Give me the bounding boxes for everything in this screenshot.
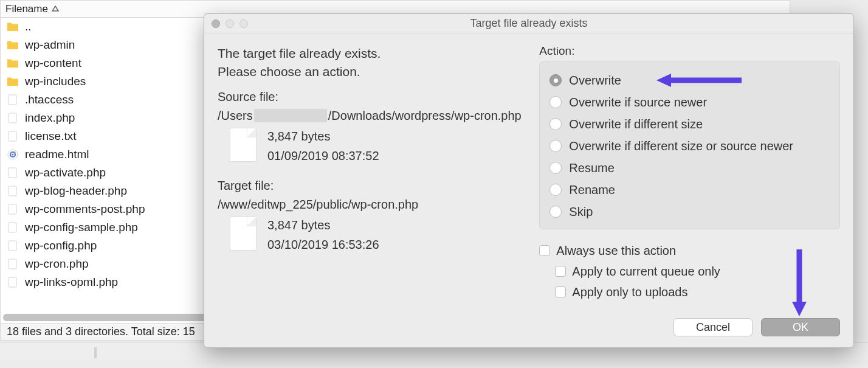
folder-icon bbox=[7, 76, 19, 87]
radio-label: Overwrite if different size bbox=[569, 117, 703, 131]
checkbox-icon bbox=[555, 286, 566, 297]
source-file-date: 01/09/2019 08:37:52 bbox=[267, 146, 379, 165]
radio-label: Overwrite bbox=[569, 74, 621, 88]
target-file-size: 3,847 bytes bbox=[267, 215, 379, 235]
source-path-prefix: /Users bbox=[218, 109, 253, 123]
document-icon bbox=[230, 217, 257, 251]
checkbox-icon bbox=[555, 266, 566, 277]
file-name: wp-content bbox=[25, 57, 81, 70]
svg-rect-1 bbox=[9, 113, 16, 123]
apply-uploads-checkbox[interactable]: Apply only to uploads bbox=[539, 282, 840, 302]
radio-icon bbox=[549, 96, 562, 108]
document-icon bbox=[230, 128, 257, 162]
source-path-suffix: /Downloads/wordpress/wp-cron.php bbox=[328, 109, 522, 123]
radio-icon bbox=[549, 184, 562, 196]
file-icon bbox=[7, 277, 19, 288]
dialog-right-column: Action: OverwriteOverwrite if source new… bbox=[539, 44, 840, 311]
apply-current-queue-checkbox[interactable]: Apply to current queue only bbox=[539, 261, 840, 282]
dialog-title: Target file already exists bbox=[204, 17, 853, 30]
action-radio-overwrite-if-different-size[interactable]: Overwrite if different size bbox=[549, 113, 830, 135]
file-icon bbox=[7, 186, 19, 196]
action-radio-overwrite-if-source-newer[interactable]: Overwrite if source newer bbox=[549, 91, 830, 113]
action-label: Action: bbox=[539, 44, 840, 58]
file-icon bbox=[7, 240, 19, 251]
always-use-action-checkbox[interactable]: Always use this action bbox=[539, 240, 840, 261]
radio-label: Rename bbox=[569, 183, 615, 197]
file-name: wp-comments-post.php bbox=[25, 203, 145, 216]
radio-icon bbox=[549, 74, 562, 86]
target-file-label: Target file: bbox=[218, 179, 533, 193]
action-radio-overwrite[interactable]: Overwrite bbox=[549, 69, 830, 91]
file-name: .. bbox=[25, 20, 32, 33]
svg-rect-7 bbox=[9, 186, 16, 196]
svg-rect-12 bbox=[9, 277, 16, 287]
message-line-1: The target file already exists. bbox=[218, 44, 533, 63]
dialog-left-column: The target file already exists. Please c… bbox=[218, 44, 533, 311]
minimize-icon bbox=[226, 19, 234, 28]
svg-rect-9 bbox=[9, 223, 16, 232]
svg-rect-10 bbox=[9, 241, 16, 251]
folder-icon bbox=[7, 40, 19, 50]
file-name: wp-activate.php bbox=[25, 166, 106, 179]
action-radio-overwrite-if-different-size-or-source-newer[interactable]: Overwrite if different size or source ne… bbox=[549, 135, 830, 157]
cancel-button[interactable]: Cancel bbox=[673, 318, 753, 336]
action-radio-skip[interactable]: Skip bbox=[549, 201, 830, 223]
sort-ascending-icon bbox=[52, 5, 59, 13]
ok-button-label: OK bbox=[793, 321, 808, 334]
svg-rect-8 bbox=[9, 204, 16, 214]
radio-icon bbox=[549, 206, 562, 218]
file-name: license.txt bbox=[25, 130, 76, 143]
radio-label: Skip bbox=[569, 205, 593, 219]
always-label: Always use this action bbox=[556, 244, 676, 258]
file-name: .htaccess bbox=[25, 93, 74, 106]
file-name: wp-cron.php bbox=[25, 257, 89, 271]
dialog-titlebar[interactable]: Target file already exists bbox=[204, 14, 853, 33]
action-radio-group: OverwriteOverwrite if source newerOverwr… bbox=[539, 61, 840, 229]
html-file-icon bbox=[7, 149, 19, 160]
radio-icon bbox=[549, 140, 562, 152]
radio-label: Overwrite if source newer bbox=[569, 95, 707, 109]
target-file-exists-dialog: Target file already exists The target fi… bbox=[204, 13, 854, 348]
svg-rect-6 bbox=[9, 168, 16, 178]
folder-icon bbox=[7, 58, 19, 69]
file-icon bbox=[7, 94, 19, 105]
file-name: wp-blog-header.php bbox=[25, 184, 127, 198]
file-icon bbox=[7, 113, 19, 123]
file-icon bbox=[7, 259, 19, 269]
window-controls bbox=[204, 19, 248, 28]
file-icon bbox=[7, 204, 19, 215]
file-icon bbox=[7, 131, 19, 142]
filename-header-label: Filename bbox=[5, 3, 48, 15]
cancel-button-label: Cancel bbox=[696, 321, 730, 334]
file-name: index.php bbox=[25, 111, 75, 125]
file-name: wp-config.php bbox=[25, 239, 97, 252]
svg-rect-0 bbox=[9, 95, 16, 105]
file-name: wp-config-sample.php bbox=[25, 221, 138, 234]
target-file-path: /www/editwp_225/public/wp-cron.php bbox=[218, 198, 533, 212]
radio-icon bbox=[549, 118, 562, 130]
action-radio-resume[interactable]: Resume bbox=[549, 157, 830, 179]
source-file-size: 3,847 bytes bbox=[267, 127, 379, 146]
source-file-label: Source file: bbox=[218, 90, 533, 104]
file-icon bbox=[7, 167, 19, 178]
file-name: wp-links-opml.php bbox=[25, 276, 118, 289]
file-icon bbox=[7, 222, 19, 233]
file-name: wp-admin bbox=[25, 38, 75, 52]
svg-rect-11 bbox=[9, 259, 16, 269]
radio-icon bbox=[549, 162, 562, 174]
target-file-date: 03/10/2019 16:53:26 bbox=[267, 235, 379, 254]
apply-queue-label: Apply to current queue only bbox=[572, 265, 720, 279]
source-file-path: /Users /Downloads/wordpress/wp-cron.php bbox=[218, 109, 533, 123]
zoom-icon bbox=[239, 19, 248, 28]
apply-uploads-label: Apply only to uploads bbox=[572, 285, 687, 299]
redacted-username bbox=[254, 109, 327, 122]
file-name: wp-includes bbox=[25, 75, 86, 88]
action-radio-rename[interactable]: Rename bbox=[549, 179, 830, 201]
radio-label: Resume bbox=[569, 161, 614, 175]
message-line-2: Please choose an action. bbox=[218, 63, 533, 81]
status-text: 18 files and 3 directories. Total size: … bbox=[7, 325, 195, 338]
ok-button[interactable]: OK bbox=[761, 318, 840, 336]
folder-icon bbox=[7, 21, 19, 32]
close-icon[interactable] bbox=[212, 19, 220, 28]
radio-label: Overwrite if different size or source ne… bbox=[569, 139, 793, 153]
